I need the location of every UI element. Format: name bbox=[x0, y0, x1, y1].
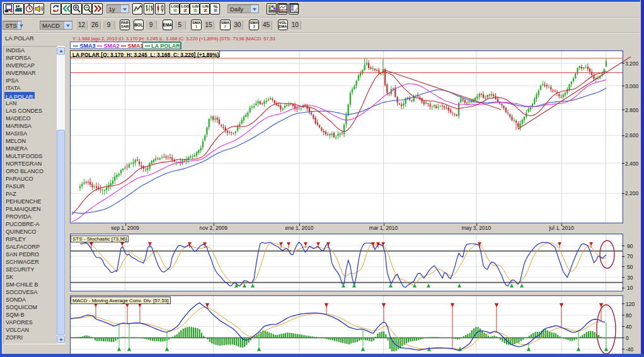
svg-text:LIN: LIN bbox=[202, 5, 209, 9]
svg-text:LA POLAR: LA POLAR bbox=[151, 43, 180, 49]
svg-text:%: % bbox=[213, 4, 217, 9]
svg-text:LIN: LIN bbox=[192, 5, 198, 9]
svg-text:SMA1: SMA1 bbox=[128, 43, 144, 49]
svg-text:SMA2: SMA2 bbox=[104, 43, 120, 49]
svg-text:SMA3: SMA3 bbox=[80, 43, 96, 49]
svg-text:LOG: LOG bbox=[171, 5, 179, 9]
svg-text:LOG: LOG bbox=[181, 5, 189, 9]
